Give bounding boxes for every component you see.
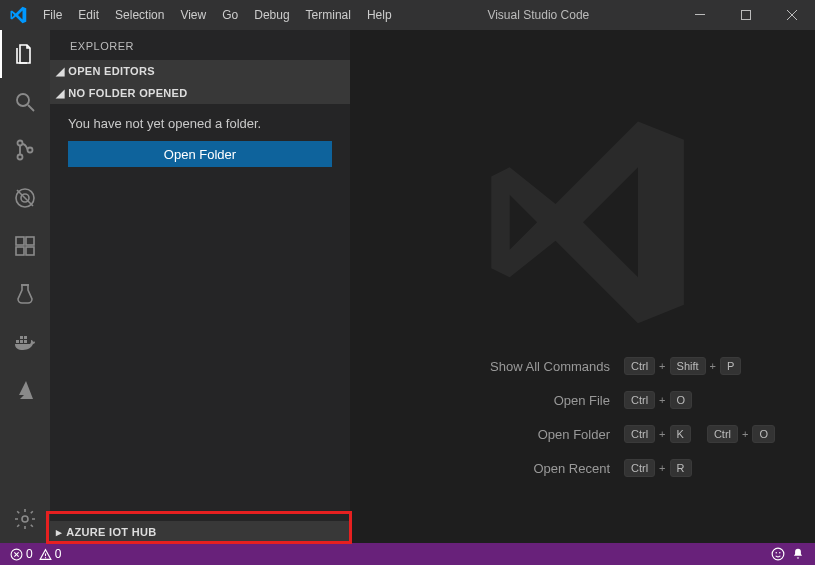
bell-icon bbox=[791, 547, 805, 561]
smiley-icon bbox=[771, 547, 785, 561]
svg-rect-1 bbox=[742, 11, 751, 20]
svg-rect-10 bbox=[16, 247, 24, 255]
svg-point-2 bbox=[17, 94, 29, 106]
svg-rect-14 bbox=[24, 340, 27, 343]
shortcut-label: Open Recent bbox=[350, 461, 610, 476]
svg-point-3 bbox=[18, 141, 23, 146]
status-errors-count: 0 bbox=[26, 547, 33, 561]
maximize-button[interactable] bbox=[723, 0, 769, 30]
section-azure-iot-hub[interactable]: ▸ AZURE IOT HUB bbox=[50, 521, 350, 543]
editor-area: Show All CommandsCtrl+Shift+POpen FileCt… bbox=[350, 30, 815, 543]
svg-rect-19 bbox=[45, 553, 46, 556]
svg-point-17 bbox=[22, 516, 28, 522]
vscode-watermark-icon bbox=[473, 113, 693, 336]
key-cap: Ctrl bbox=[624, 459, 655, 477]
svg-rect-13 bbox=[20, 340, 23, 343]
svg-point-4 bbox=[18, 155, 23, 160]
sidebar-title: EXPLORER bbox=[50, 30, 350, 60]
menu-help[interactable]: Help bbox=[359, 8, 400, 22]
sidebar-explorer: EXPLORER ◢ OPEN EDITORS ◢ NO FOLDER OPEN… bbox=[50, 30, 350, 543]
key-cap: Shift bbox=[670, 357, 706, 375]
svg-rect-15 bbox=[20, 336, 23, 339]
activity-source-control[interactable] bbox=[0, 126, 50, 174]
key-cap: O bbox=[670, 391, 693, 409]
key-cap: Ctrl bbox=[624, 357, 655, 375]
activity-settings[interactable] bbox=[0, 495, 50, 543]
welcome-shortcuts: Show All CommandsCtrl+Shift+POpen FileCt… bbox=[350, 357, 815, 543]
activity-bar bbox=[0, 30, 50, 543]
svg-rect-8 bbox=[16, 237, 24, 245]
open-folder-button[interactable]: Open Folder bbox=[68, 141, 332, 167]
shortcut-row: Open FolderCtrl+KCtrl+O bbox=[350, 425, 775, 443]
status-notifications[interactable] bbox=[791, 547, 805, 561]
svg-point-5 bbox=[28, 148, 33, 153]
shortcut-keys: Ctrl+O bbox=[624, 391, 692, 409]
title-bar: File Edit Selection View Go Debug Termin… bbox=[0, 0, 815, 30]
activity-azure[interactable] bbox=[0, 366, 50, 414]
svg-rect-20 bbox=[45, 557, 46, 558]
svg-rect-0 bbox=[695, 14, 705, 15]
svg-rect-11 bbox=[26, 247, 34, 255]
key-cap: P bbox=[720, 357, 741, 375]
svg-point-21 bbox=[772, 548, 784, 560]
error-icon bbox=[10, 548, 23, 561]
section-no-folder-opened[interactable]: ◢ NO FOLDER OPENED bbox=[50, 82, 350, 104]
activity-explorer[interactable] bbox=[0, 30, 50, 78]
plus-separator: + bbox=[659, 360, 665, 372]
activity-testing[interactable] bbox=[0, 270, 50, 318]
activity-docker[interactable] bbox=[0, 318, 50, 366]
key-cap: R bbox=[670, 459, 692, 477]
section-open-editors-label: OPEN EDITORS bbox=[68, 65, 155, 77]
menu-terminal[interactable]: Terminal bbox=[298, 8, 359, 22]
key-cap: K bbox=[670, 425, 691, 443]
svg-rect-12 bbox=[16, 340, 19, 343]
svg-rect-16 bbox=[24, 336, 27, 339]
menu-view[interactable]: View bbox=[172, 8, 214, 22]
key-cap: Ctrl bbox=[624, 391, 655, 409]
minimize-button[interactable] bbox=[677, 0, 723, 30]
menu-selection[interactable]: Selection bbox=[107, 8, 172, 22]
svg-point-22 bbox=[775, 552, 777, 554]
plus-separator: + bbox=[710, 360, 716, 372]
shortcut-keys: Ctrl+KCtrl+O bbox=[624, 425, 775, 443]
caret-right-icon: ▸ bbox=[56, 526, 62, 539]
section-open-editors[interactable]: ◢ OPEN EDITORS bbox=[50, 60, 350, 82]
plus-separator: + bbox=[659, 462, 665, 474]
key-cap: Ctrl bbox=[707, 425, 738, 443]
key-cap: O bbox=[752, 425, 775, 443]
warning-icon bbox=[39, 548, 52, 561]
window-title: Visual Studio Code bbox=[400, 8, 677, 22]
key-cap: Ctrl bbox=[624, 425, 655, 443]
shortcut-label: Open Folder bbox=[350, 427, 610, 442]
section-azure-label: AZURE IOT HUB bbox=[66, 526, 156, 538]
menu-go[interactable]: Go bbox=[214, 8, 246, 22]
caret-down-icon: ◢ bbox=[56, 87, 64, 100]
svg-rect-9 bbox=[26, 237, 34, 245]
section-no-folder-label: NO FOLDER OPENED bbox=[68, 87, 187, 99]
plus-separator: + bbox=[742, 428, 748, 440]
menu-file[interactable]: File bbox=[35, 8, 70, 22]
activity-search[interactable] bbox=[0, 78, 50, 126]
status-warnings[interactable]: 0 bbox=[39, 547, 62, 561]
plus-separator: + bbox=[659, 428, 665, 440]
shortcut-label: Show All Commands bbox=[350, 359, 610, 374]
status-warnings-count: 0 bbox=[55, 547, 62, 561]
svg-point-23 bbox=[779, 552, 781, 554]
activity-extensions[interactable] bbox=[0, 222, 50, 270]
close-button[interactable] bbox=[769, 0, 815, 30]
shortcut-row: Open RecentCtrl+R bbox=[350, 459, 775, 477]
activity-debug[interactable] bbox=[0, 174, 50, 222]
shortcut-row: Open FileCtrl+O bbox=[350, 391, 775, 409]
no-folder-message: You have not yet opened a folder. bbox=[50, 104, 350, 141]
shortcut-keys: Ctrl+R bbox=[624, 459, 692, 477]
plus-separator: + bbox=[659, 394, 665, 406]
window-controls bbox=[677, 0, 815, 30]
shortcut-label: Open File bbox=[350, 393, 610, 408]
menu-debug[interactable]: Debug bbox=[246, 8, 297, 22]
vscode-logo-icon bbox=[0, 6, 35, 24]
status-feedback[interactable] bbox=[771, 547, 785, 561]
shortcut-keys: Ctrl+Shift+P bbox=[624, 357, 741, 375]
shortcut-row: Show All CommandsCtrl+Shift+P bbox=[350, 357, 775, 375]
menu-edit[interactable]: Edit bbox=[70, 8, 107, 22]
status-errors[interactable]: 0 bbox=[10, 547, 33, 561]
